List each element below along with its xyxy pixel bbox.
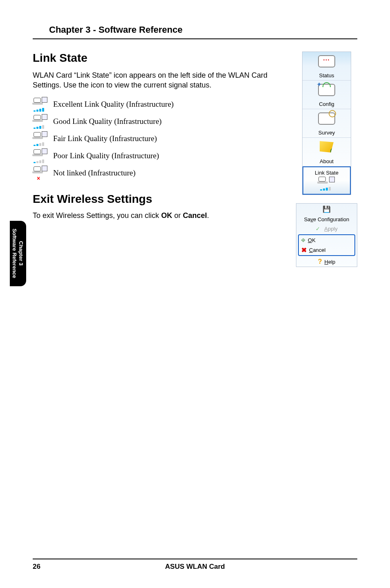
link-state-title: Link State [33, 52, 288, 65]
save-config-button[interactable]: 💾 [296, 204, 357, 215]
config-icon [318, 84, 335, 96]
list-item-label: Good Link Quality (Infrastructure) [53, 117, 161, 126]
apply-button: Apply [296, 224, 357, 233]
list-item: Excellent Link Quality (Infrastructure) [33, 97, 288, 112]
signal-fair-icon [33, 131, 47, 146]
chapter-header: Chapter 3 - Software Reference [33, 25, 357, 39]
save-config-label: Save Configuration [296, 215, 357, 224]
exit-body: To exit Wireless Settings, you can click… [33, 211, 288, 220]
signal-none-icon: × [33, 166, 47, 180]
page-footer: 26 ASUS WLAN Card [33, 559, 357, 571]
list-item-label: Poor Link Quality (Infrastructure) [53, 151, 159, 160]
about-icon [320, 141, 334, 153]
check-icon [316, 226, 322, 232]
list-item: Poor Link Quality (Infrastructure) [33, 148, 288, 163]
action-panel: 💾 Save Configuration Apply ⎆ OK ✖ [296, 203, 357, 267]
status-icon [318, 55, 335, 67]
list-item: Good Link Quality (Infrastructure) [33, 114, 288, 129]
nav-item-label: Config [304, 101, 349, 107]
nav-item-label: Link State [304, 170, 349, 176]
nav-item-label: Survey [304, 130, 349, 136]
exit-title: Exit Wireless Settings [33, 193, 288, 206]
cancel-button[interactable]: ✖ Cancel [299, 245, 354, 255]
nav-item-label: Status [304, 72, 349, 79]
nav-item-status[interactable]: Status [303, 52, 351, 81]
chapter-side-tab: Chapter 3 Software Reference [10, 221, 26, 286]
link-state-icon [318, 176, 336, 191]
ok-button[interactable]: ⎆ OK [299, 235, 354, 245]
close-icon: ✖ [301, 246, 307, 254]
list-item-label: Fair Link Quality (Infrastructure) [53, 134, 157, 143]
settings-nav-panel: Status Config Survey About Link State [302, 52, 351, 195]
help-icon: ? [318, 258, 322, 265]
exit-icon: ⎆ [301, 236, 305, 244]
cross-icon: × [37, 175, 40, 181]
nav-item-link-state[interactable]: Link State [303, 166, 351, 195]
save-icon: 💾 [323, 205, 331, 213]
list-item: Fair Link Quality (Infrastructure) [33, 131, 288, 146]
link-quality-list: Excellent Link Quality (Infrastructure) … [33, 97, 288, 180]
footer-product: ASUS WLAN Card [33, 563, 357, 571]
nav-item-label: About [304, 158, 349, 164]
nav-item-about[interactable]: About [303, 138, 351, 166]
list-item-label: Not linked (Infrastructure) [53, 168, 136, 177]
signal-poor-icon [33, 148, 47, 163]
list-item: × Not linked (Infrastructure) [33, 166, 288, 180]
help-button[interactable]: ? Help [296, 257, 357, 267]
signal-good-icon [33, 114, 47, 129]
list-item-label: Excellent Link Quality (Infrastructure) [53, 100, 174, 109]
nav-item-survey[interactable]: Survey [303, 109, 351, 138]
link-state-intro: WLAN Card “Link State” icon appears on t… [33, 70, 288, 90]
nav-item-config[interactable]: Config [303, 81, 351, 109]
signal-excellent-icon [33, 97, 47, 112]
survey-icon [318, 112, 335, 125]
